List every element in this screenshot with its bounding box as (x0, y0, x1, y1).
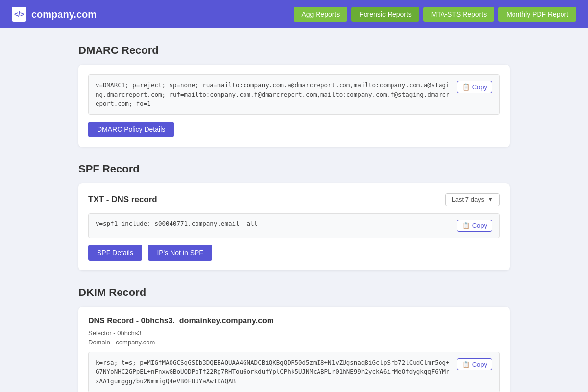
spf-timerange-dropdown[interactable]: Last 7 days ▼ (445, 193, 500, 206)
nav-mta-sts-reports[interactable]: MTA-STS Reports (423, 7, 494, 22)
dkim-record-1-copy-label: Copy (472, 361, 487, 368)
spf-card: TXT - DNS record Last 7 days ▼ v=spf1 in… (78, 183, 510, 270)
spf-section: SPF Record TXT - DNS record Last 7 days … (78, 163, 510, 270)
dkim-record-1-copy-button[interactable]: 📋 Copy (457, 358, 492, 370)
copy-icon-dkim1: 📋 (462, 361, 470, 368)
spf-action-buttons: SPF Details IP's Not in SPF (88, 245, 500, 261)
dkim-record-1: DNS Record - 0bhchs3._domainkey.company.… (88, 317, 500, 392)
dropdown-arrow-icon: ▼ (487, 196, 493, 203)
dmarc-card: v=DMARC1; p=reject; sp=none; rua=mailto:… (78, 65, 510, 147)
spf-record-text: v=spf1 include:_s00040771.company.email … (96, 220, 451, 229)
dkim-record-1-domain: Domain - company.com (88, 339, 500, 346)
spf-card-header: TXT - DNS record Last 7 days ▼ (88, 193, 500, 206)
dkim-record-1-selector: Selector - 0bhchs3 (88, 329, 500, 337)
dmarc-policy-details-button[interactable]: DMARC Policy Details (88, 122, 174, 137)
dmarc-copy-button[interactable]: 📋 Copy (457, 81, 492, 93)
dmarc-section: DMARC Record v=DMARC1; p=reject; sp=none… (78, 44, 510, 147)
logo-text: company.com (31, 9, 97, 20)
dmarc-section-title: DMARC Record (78, 44, 510, 57)
nav-monthly-pdf-report[interactable]: Monthly PDF Report (498, 7, 576, 22)
dmarc-record-text: v=DMARC1; p=reject; sp=none; rua=mailto:… (96, 81, 451, 108)
spf-copy-button[interactable]: 📋 Copy (457, 220, 492, 232)
header: </> company.com Agg Reports Forensic Rep… (0, 0, 588, 28)
spf-dropdown-label: Last 7 days (452, 196, 485, 203)
spf-record-box: v=spf1 include:_s00040771.company.email … (88, 213, 500, 238)
dkim-section: DKIM Record DNS Record - 0bhchs3._domain… (78, 286, 510, 392)
spf-card-title: TXT - DNS record (88, 195, 157, 205)
copy-icon-spf: 📋 (462, 222, 470, 229)
nav-forensic-reports[interactable]: Forensic Reports (351, 7, 419, 22)
logo: </> company.com (12, 7, 97, 22)
nav-agg-reports[interactable]: Agg Reports (294, 7, 347, 22)
copy-icon: 📋 (462, 83, 470, 91)
spf-details-button[interactable]: SPF Details (88, 245, 142, 261)
spf-section-title: SPF Record (78, 163, 510, 175)
dmarc-copy-label: Copy (472, 83, 487, 91)
dkim-record-1-title: DNS Record - 0bhchs3._domainkey.company.… (88, 317, 500, 325)
spf-ips-not-in-spf-button[interactable]: IP's Not in SPF (148, 245, 212, 261)
dkim-record-1-box: k=rsa; t=s; p=MIGfMA0GCSqGSIb3DQEBAQUAA4… (88, 352, 500, 392)
dkim-record-1-text: k=rsa; t=s; p=MIGfMA0GCSqGSIb3DQEBAQUAA4… (96, 358, 451, 386)
nav-bar: Agg Reports Forensic Reports MTA-STS Rep… (294, 7, 576, 22)
dkim-section-title: DKIM Record (78, 286, 510, 299)
dkim-card: DNS Record - 0bhchs3._domainkey.company.… (78, 307, 510, 392)
dmarc-record-box: v=DMARC1; p=reject; sp=none; rua=mailto:… (88, 74, 500, 115)
spf-copy-label: Copy (472, 222, 487, 229)
main-content: DMARC Record v=DMARC1; p=reject; sp=none… (0, 28, 588, 392)
logo-icon: </> (12, 7, 26, 22)
